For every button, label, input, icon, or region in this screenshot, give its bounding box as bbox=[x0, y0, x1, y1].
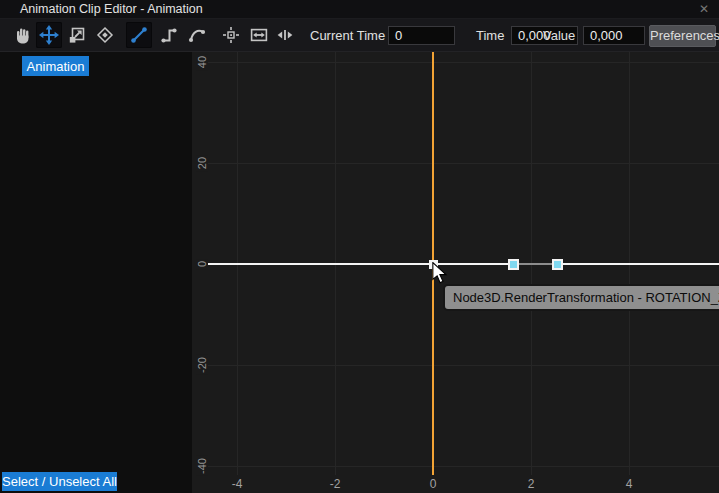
value-label: Value bbox=[543, 28, 575, 43]
x-tick-label: 0 bbox=[430, 477, 437, 491]
selected-curve-segment[interactable] bbox=[514, 263, 558, 265]
linear-interpolation-icon bbox=[129, 25, 149, 45]
center-view-icon bbox=[221, 25, 241, 45]
time-label: Time bbox=[476, 28, 504, 43]
y-tick-label: 0 bbox=[196, 259, 208, 269]
h-gridline bbox=[208, 163, 719, 164]
scale-icon bbox=[67, 25, 87, 45]
smooth-interpolation-icon bbox=[187, 25, 207, 45]
move-tool-button[interactable] bbox=[36, 22, 62, 48]
move-icon bbox=[39, 25, 59, 45]
graph-tooltip: Node3D.RenderTransformation - ROTATION_Z bbox=[443, 284, 719, 311]
keyframe-tool-button[interactable] bbox=[92, 22, 118, 48]
x-tick-label: 4 bbox=[626, 477, 633, 491]
y-tick-label: -20 bbox=[196, 355, 208, 375]
toolbar: Current Time 0 Time 0,000 Value 0,000 Pr… bbox=[0, 19, 719, 52]
center-view-button[interactable] bbox=[218, 22, 244, 48]
keyframe-diamond-icon bbox=[95, 25, 115, 45]
curve-line[interactable] bbox=[207, 263, 719, 265]
expand-horizontal-icon bbox=[275, 25, 295, 45]
close-icon[interactable]: ✕ bbox=[696, 2, 712, 16]
current-time-input[interactable]: 0 bbox=[388, 26, 455, 45]
curve-graph[interactable]: Node3D.RenderTransformation - ROTATION_Z… bbox=[192, 52, 719, 493]
linear-interpolation-button[interactable] bbox=[126, 22, 152, 48]
animation-clip-editor-window: Animation Clip Editor - Animation ✕ bbox=[0, 0, 719, 493]
title-bar: Animation Clip Editor - Animation ✕ bbox=[0, 0, 719, 19]
fit-horizontal-button[interactable] bbox=[246, 22, 272, 48]
y-tick-label: 20 bbox=[196, 155, 208, 171]
preferences-button[interactable]: Preferences bbox=[649, 25, 716, 47]
hand-icon bbox=[13, 25, 33, 45]
pan-tool-button[interactable] bbox=[10, 22, 36, 48]
h-gridline bbox=[208, 466, 719, 467]
step-interpolation-button[interactable] bbox=[156, 22, 182, 48]
y-tick-label: -40 bbox=[196, 456, 208, 476]
value-input[interactable]: 0,000 bbox=[583, 26, 645, 45]
h-gridline bbox=[208, 365, 719, 366]
x-tick-label: 2 bbox=[528, 477, 535, 491]
keyframe[interactable] bbox=[508, 259, 519, 270]
keyframe[interactable] bbox=[552, 259, 563, 270]
animation-clip-tab[interactable]: Animation bbox=[22, 56, 89, 76]
expand-horizontal-button[interactable] bbox=[272, 22, 298, 48]
step-interpolation-icon bbox=[159, 25, 179, 45]
fit-horizontal-icon bbox=[249, 25, 269, 45]
x-tick-label: -4 bbox=[232, 477, 243, 491]
smooth-interpolation-button[interactable] bbox=[184, 22, 210, 48]
scale-tool-button[interactable] bbox=[64, 22, 90, 48]
y-tick-label: 40 bbox=[196, 54, 208, 70]
clip-sidebar: Animation Select / Unselect All bbox=[0, 52, 192, 493]
current-time-label: Current Time bbox=[310, 28, 385, 43]
window-title: Animation Clip Editor - Animation bbox=[20, 2, 203, 16]
h-gridline bbox=[208, 62, 719, 63]
select-unselect-all-button[interactable]: Select / Unselect All bbox=[2, 472, 117, 491]
mouse-cursor-icon bbox=[432, 262, 448, 284]
main-area: Animation Select / Unselect All Node3D.R… bbox=[0, 52, 719, 493]
x-tick-label: -2 bbox=[330, 477, 341, 491]
